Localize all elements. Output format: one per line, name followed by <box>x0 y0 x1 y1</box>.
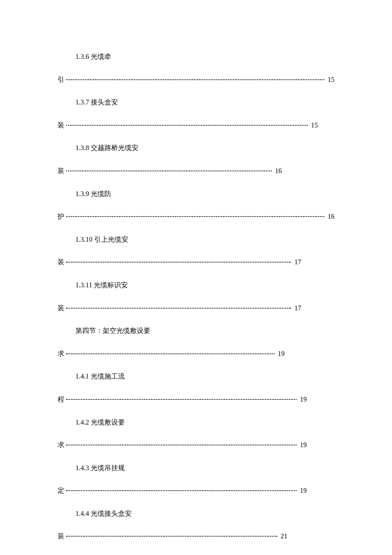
toc-entry-title: 1.4.4 光缆接头盒安 <box>58 508 334 519</box>
toc-page-number: 21 <box>279 531 288 542</box>
toc-page-number: 15 <box>326 74 334 85</box>
toc-leader-dots <box>66 353 274 354</box>
toc-entry-title: 1.3.9 光缆防 <box>58 188 334 199</box>
toc-entry-line: 装 17 <box>58 303 301 314</box>
toc-entry-title: 1.4.2 光缆敷设要 <box>58 417 334 428</box>
toc-leader-dots <box>66 125 308 126</box>
toc-entry-line: 求 19 <box>58 348 285 359</box>
toc-continuation-char: 程 <box>58 394 64 405</box>
toc-leader-dots <box>66 490 297 491</box>
toc-page-number: 16 <box>326 211 334 222</box>
toc-entry-title: 1.4.1 光缆施工流 <box>58 371 334 382</box>
toc-leader-dots <box>66 216 324 217</box>
toc-entry-title: 1.3.6 光缆牵 <box>58 51 334 62</box>
toc-entry: 1.4.2 光缆敷设要 求 19 <box>58 417 334 451</box>
toc-page-number: 19 <box>298 485 307 496</box>
toc-leader-dots <box>66 262 291 263</box>
toc-entry-line: 定 19 <box>58 485 307 496</box>
toc-entry-title: 第四节：架空光缆敷设要 <box>58 325 334 336</box>
toc-entry-line: 求 19 <box>58 439 307 451</box>
toc-continuation-char: 装 <box>58 120 64 131</box>
toc-page-number: 17 <box>293 257 301 268</box>
toc-entry: 1.3.9 光缆防 护 16 <box>58 188 334 222</box>
toc-page-number: 19 <box>276 348 285 359</box>
toc-entry-line: 护 16 <box>58 211 334 222</box>
toc-page-number: 15 <box>309 120 318 131</box>
toc-entry: 1.3.11 光缆标识安 装 17 <box>58 280 334 313</box>
toc-continuation-char: 求 <box>58 439 64 451</box>
toc-page-number: 19 <box>298 394 307 405</box>
toc-leader-dots <box>66 308 291 309</box>
toc-continuation-char: 装 <box>58 165 64 176</box>
toc-entry: 1.3.10 引上光缆安 装 17 <box>58 234 334 268</box>
toc-page-number: 16 <box>274 165 282 176</box>
toc-entry: 1.3.7 接头盒安 装 15 <box>58 97 334 130</box>
toc-continuation-char: 装 <box>58 257 64 268</box>
toc-entry: 第四节：架空光缆敷设要 求 19 <box>58 325 334 359</box>
toc-entry-line: 装 21 <box>58 531 288 542</box>
toc-entry-title: 1.3.7 接头盒安 <box>58 97 334 108</box>
toc-leader-dots <box>66 445 297 445</box>
toc-continuation-char: 护 <box>58 211 64 222</box>
toc-page-number: 17 <box>293 303 301 314</box>
toc-entry-title: 1.3.8 交越路桥光缆安 <box>58 142 334 153</box>
toc-continuation-char: 定 <box>58 485 64 496</box>
toc-entry-title: 1.3.10 引上光缆安 <box>58 234 334 245</box>
toc-entry-line: 程 19 <box>58 394 307 405</box>
toc-leader-dots <box>66 536 277 537</box>
table-of-contents: 1.3.6 光缆牵 引 15 1.3.7 接头盒安 装 15 1.3.8 交越路… <box>58 51 334 542</box>
toc-entry: 1.3.8 交越路桥光缆安 装 16 <box>58 142 334 176</box>
toc-entry-line: 装 17 <box>58 257 301 268</box>
toc-entry-line: 引 15 <box>58 74 334 85</box>
toc-entry-line: 装 15 <box>58 120 318 131</box>
toc-entry: 1.3.6 光缆牵 引 15 <box>58 51 334 85</box>
toc-entry: 1.4.3 光缆吊挂规 定 19 <box>58 462 334 496</box>
toc-continuation-char: 装 <box>58 303 64 314</box>
toc-leader-dots <box>66 79 324 80</box>
toc-entry: 1.4.1 光缆施工流 程 19 <box>58 371 334 405</box>
toc-entry-title: 1.4.3 光缆吊挂规 <box>58 462 334 474</box>
toc-page-number: 19 <box>298 439 307 451</box>
toc-continuation-char: 引 <box>58 74 64 85</box>
toc-entry-line: 装 16 <box>58 165 282 176</box>
toc-leader-dots <box>66 171 272 171</box>
toc-continuation-char: 装 <box>58 531 64 542</box>
toc-entry-title: 1.3.11 光缆标识安 <box>58 280 334 291</box>
toc-entry: 1.4.4 光缆接头盒安 装 21 <box>58 508 334 542</box>
toc-leader-dots <box>66 399 297 400</box>
toc-continuation-char: 求 <box>58 348 64 359</box>
